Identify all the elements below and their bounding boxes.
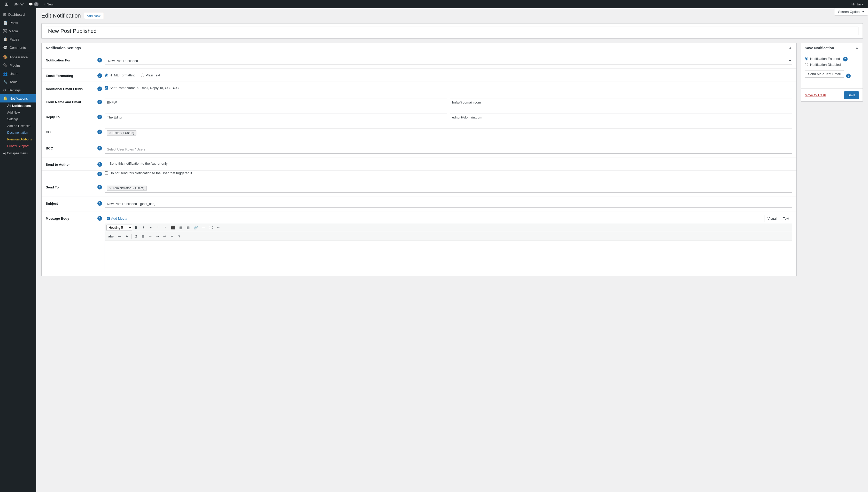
- checkbox-author-only[interactable]: Send this notification to the Author onl…: [104, 161, 792, 166]
- editor-body[interactable]: [105, 241, 792, 272]
- sidebar-item-posts[interactable]: 📄 Posts: [0, 19, 36, 27]
- sidebar-item-users[interactable]: 👥 Users: [0, 69, 36, 78]
- heading-select[interactable]: Paragraph Heading 1 Heading 2 Heading 3 …: [107, 225, 132, 231]
- help-icon-send-to-author[interactable]: ?: [97, 162, 102, 167]
- checkbox-additional-fields-input[interactable]: [104, 86, 108, 90]
- adminbar-comments[interactable]: 💬 0: [26, 0, 41, 8]
- notification-title-input[interactable]: [46, 27, 859, 35]
- sidebar-subitem-add-on-licenses[interactable]: Add-on Licenses: [0, 123, 36, 129]
- toolbar-italic[interactable]: I: [140, 224, 147, 231]
- radio-html-formatting[interactable]: HTML Formatting: [104, 73, 136, 77]
- radio-enabled-input[interactable]: [805, 57, 808, 60]
- help-send-to-author[interactable]: ?: [97, 161, 104, 167]
- toolbar-undo[interactable]: ↩: [161, 233, 168, 240]
- toolbar-list-outdent[interactable]: ⇐: [147, 233, 154, 240]
- help-icon-send-to[interactable]: ?: [97, 185, 102, 190]
- toolbar-help[interactable]: ?: [176, 233, 183, 240]
- toolbar-more-options[interactable]: ⋯: [215, 224, 222, 231]
- help-icon-do-not-send[interactable]: ?: [97, 172, 102, 176]
- help-icon-bcc[interactable]: ?: [97, 146, 102, 150]
- cc-tag-remove[interactable]: ×: [109, 131, 111, 135]
- add-media-button[interactable]: 🖼 Add Media: [104, 215, 129, 222]
- checkbox-do-not-send-input[interactable]: [104, 171, 108, 175]
- sidebar-subitem-all-notifications[interactable]: All Notifications: [0, 102, 36, 109]
- toolbar-table[interactable]: ⊞: [140, 233, 146, 240]
- checkbox-author-only-input[interactable]: [104, 162, 108, 165]
- help-icon-subject[interactable]: ?: [97, 201, 102, 206]
- panel-collapse-button[interactable]: ▲: [788, 46, 792, 50]
- toolbar-strikethrough[interactable]: abc: [107, 233, 116, 240]
- sidebar-item-dashboard[interactable]: ⊞ Dashboard: [0, 10, 36, 19]
- toolbar-link[interactable]: 🔗: [192, 224, 200, 231]
- adminbar-wp-logo[interactable]: ⊞: [2, 0, 11, 8]
- toolbar-align-right[interactable]: ▥: [185, 224, 191, 231]
- toolbar-numbered-list[interactable]: ⋮: [155, 224, 161, 231]
- save-button[interactable]: Save: [844, 91, 859, 99]
- sidebar-subitem-documentation[interactable]: Documentation: [0, 129, 36, 136]
- checkbox-additional-fields[interactable]: Set "From" Name & Email, Reply To, CC, B…: [104, 85, 792, 90]
- sidebar-collapse-btn[interactable]: ◀ Collapse menu: [0, 149, 36, 157]
- toolbar-bold[interactable]: B: [133, 224, 140, 231]
- help-additional-fields[interactable]: ?: [97, 85, 104, 91]
- sidebar-item-appearance[interactable]: 🎨 Appearance: [0, 53, 36, 61]
- adminbar-site-name[interactable]: BNFW: [11, 0, 26, 8]
- adminbar-new[interactable]: + New: [41, 0, 56, 8]
- help-bcc[interactable]: ?: [97, 145, 104, 150]
- help-reply-to[interactable]: ?: [97, 114, 104, 119]
- sidebar-item-comments[interactable]: 💬 Comments: [0, 43, 36, 52]
- checkbox-do-not-send[interactable]: Do not send this Notification to the Use…: [104, 171, 792, 175]
- help-icon-cc[interactable]: ?: [97, 129, 102, 134]
- help-cc[interactable]: ?: [97, 128, 104, 134]
- help-from-name-email[interactable]: ?: [97, 99, 104, 104]
- radio-html-input[interactable]: [104, 74, 108, 77]
- radio-disabled[interactable]: Notification Disabled: [805, 63, 841, 67]
- toolbar-fullscreen[interactable]: ⛶: [208, 224, 215, 231]
- bcc-tag-field[interactable]: Select User Roles / Users: [104, 145, 792, 154]
- sidebar-item-tools[interactable]: 🔧 Tools: [0, 78, 36, 86]
- save-panel-collapse-btn[interactable]: ▲: [855, 46, 859, 50]
- tab-text[interactable]: Text: [780, 215, 792, 222]
- cc-tag-field[interactable]: × Editor (1 Users): [104, 128, 792, 137]
- radio-plain-text[interactable]: Plain Text: [141, 73, 160, 77]
- toolbar-blockquote[interactable]: ❝: [162, 224, 169, 231]
- sidebar-subitem-settings[interactable]: Settings: [0, 116, 36, 123]
- sidebar-subitem-premium-add-ons[interactable]: Premium Add-ons: [0, 136, 36, 143]
- help-icon-additional-fields[interactable]: ?: [97, 87, 102, 91]
- from-email-input[interactable]: [450, 99, 792, 106]
- help-icon-email-formatting[interactable]: ?: [97, 73, 102, 78]
- toolbar-font-color[interactable]: A: [123, 233, 130, 240]
- radio-disabled-input[interactable]: [805, 63, 808, 66]
- radio-enabled[interactable]: Notification Enabled: [805, 57, 841, 61]
- toolbar-redo[interactable]: ↪: [169, 233, 175, 240]
- sidebar-subitem-add-new[interactable]: Add New: [0, 109, 36, 116]
- screen-options-button[interactable]: Screen Options ▾: [834, 8, 868, 16]
- help-icon-notification-for[interactable]: ?: [97, 58, 102, 63]
- help-icon-message-body[interactable]: ?: [97, 216, 102, 221]
- send-to-tag-field[interactable]: × Administrator (2 Users): [104, 184, 792, 193]
- toolbar-horizontal-rule[interactable]: —: [200, 224, 207, 231]
- subject-input[interactable]: [104, 200, 792, 207]
- toolbar-special-chars[interactable]: Ω: [133, 233, 139, 240]
- tab-visual[interactable]: Visual: [764, 215, 780, 222]
- help-do-not-send[interactable]: ?: [97, 171, 104, 176]
- sidebar-item-settings[interactable]: ⚙ Settings: [0, 86, 36, 94]
- sidebar-subitem-priority-support[interactable]: Priority Support: [0, 143, 36, 149]
- add-new-button[interactable]: Add New: [84, 13, 103, 19]
- notification-for-select[interactable]: New Post Published New Post Pending Revi…: [104, 57, 792, 65]
- toolbar-align-center[interactable]: ▤: [178, 224, 184, 231]
- toolbar-list-indent[interactable]: ⇒: [154, 233, 161, 240]
- value-cc[interactable]: × Editor (1 Users): [104, 128, 792, 137]
- send-to-tag-remove[interactable]: ×: [109, 187, 111, 190]
- help-icon-test-email[interactable]: ?: [846, 74, 851, 78]
- sidebar-item-notifications[interactable]: 🔔 Notifications: [0, 94, 36, 102]
- help-icon-reply-to[interactable]: ?: [97, 115, 102, 119]
- sidebar-item-media[interactable]: 🖼 Media: [0, 27, 36, 35]
- help-send-to[interactable]: ?: [97, 184, 104, 190]
- reply-to-email-input[interactable]: [450, 114, 792, 121]
- send-test-email-button[interactable]: Send Me a Test Email: [805, 70, 844, 78]
- toolbar-bullet-list[interactable]: ≡: [147, 224, 154, 231]
- help-icon-from-name-email[interactable]: ?: [97, 100, 102, 104]
- help-subject[interactable]: ?: [97, 200, 104, 206]
- reply-to-name-input[interactable]: [104, 114, 447, 121]
- radio-plain-input[interactable]: [141, 74, 144, 77]
